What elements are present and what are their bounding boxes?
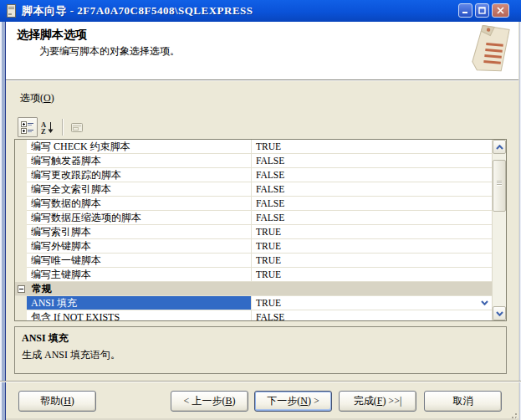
property-value[interactable]: FALSE: [252, 211, 492, 225]
minimize-button[interactable]: [458, 3, 472, 18]
row-indent: [15, 211, 27, 225]
row-indent: [15, 310, 27, 320]
scroll-up-icon: [496, 145, 503, 150]
value-dropdown-button[interactable]: [478, 297, 491, 309]
property-name[interactable]: 编写唯一键脚本: [27, 254, 252, 268]
scrollbar-thumb[interactable]: [493, 160, 506, 212]
finish-button[interactable]: 完成(F) >>|: [339, 391, 416, 412]
property-value[interactable]: TRUE: [252, 239, 492, 254]
property-grid: 编写 CHECK 约束脚本TRUE编写触发器脚本FALSE编写更改跟踪的脚本FA…: [14, 139, 507, 321]
categorized-icon: [21, 120, 34, 134]
property-value[interactable]: TRUE: [252, 296, 492, 310]
row-indent: [15, 154, 27, 168]
property-row[interactable]: 编写索引脚本TRUE: [15, 225, 492, 239]
titlebar: 脚本向导 - 2F7A0A70C8F5408\SQLEXPRESS: [0, 0, 521, 22]
property-row[interactable]: 编写外键脚本TRUE: [15, 239, 492, 254]
property-pages-icon: [70, 120, 84, 134]
description-panel: ANSI 填充 生成 ANSI 填充语句。: [14, 326, 507, 374]
scroll-down-icon: [496, 311, 503, 316]
category-row[interactable]: 常规: [15, 282, 492, 296]
property-name[interactable]: 编写触发器脚本: [27, 154, 252, 168]
property-name[interactable]: 编写数据压缩选项的脚本: [27, 211, 252, 225]
row-indent: [15, 140, 27, 154]
description-text: 生成 ANSI 填充语句。: [22, 348, 506, 362]
row-indent: [15, 168, 27, 182]
property-row[interactable]: 包含 If NOT EXISTSFALSE: [15, 310, 492, 320]
property-row[interactable]: 编写更改跟踪的脚本FALSE: [15, 168, 492, 182]
property-row[interactable]: 编写数据压缩选项的脚本FALSE: [15, 211, 492, 225]
property-row[interactable]: 编写全文索引脚本FALSE: [15, 182, 492, 197]
scroll-up-button[interactable]: [493, 140, 506, 154]
az-sort-icon: A Z: [41, 120, 54, 134]
minimize-icon: [462, 7, 469, 14]
property-value[interactable]: TRUE: [252, 140, 492, 154]
next-button[interactable]: 下一步(N) >: [254, 391, 332, 412]
caption-buttons: [458, 3, 509, 18]
property-row[interactable]: 编写数据的脚本FALSE: [15, 197, 492, 211]
maximize-button[interactable]: [475, 3, 489, 18]
toolbar-separator: [62, 119, 63, 136]
property-name[interactable]: 编写全文索引脚本: [27, 182, 252, 197]
grid-toolbar: A Z: [18, 116, 87, 138]
property-name[interactable]: 编写更改跟踪的脚本: [27, 168, 252, 182]
property-row[interactable]: 编写主键脚本TRUE: [15, 268, 492, 282]
collapse-minus-icon[interactable]: [18, 285, 25, 293]
property-value[interactable]: TRUE: [252, 225, 492, 239]
property-pages-button: [67, 117, 87, 137]
category-label: 常规: [32, 283, 52, 295]
wizard-banner: 选择脚本选项 为要编写脚本的对象选择选项。: [6, 22, 518, 80]
dropdown-chevron-icon: [481, 300, 488, 305]
page-subtitle: 为要编写脚本的对象选择选项。: [39, 44, 180, 59]
property-value[interactable]: FALSE: [252, 197, 492, 211]
close-button[interactable]: [492, 3, 509, 18]
property-name[interactable]: 编写 CHECK 约束脚本: [27, 140, 252, 154]
close-icon: [497, 7, 504, 14]
script-wizard-window: 脚本向导 - 2F7A0A70C8F5408\SQLEXPRESS 选择脚本选项…: [0, 0, 521, 420]
property-value[interactable]: TRUE: [252, 268, 492, 282]
property-value[interactable]: FALSE: [252, 168, 492, 182]
thumb-grip-icon: [493, 181, 505, 185]
property-value[interactable]: FALSE: [252, 154, 492, 168]
alphabetical-sort-button[interactable]: A Z: [38, 117, 58, 137]
property-name[interactable]: 编写数据的脚本: [27, 197, 252, 211]
maximize-icon: [478, 7, 486, 14]
window-title: 脚本向导 - 2F7A0A70C8F5408\SQLEXPRESS: [22, 3, 253, 18]
resize-grip[interactable]: [508, 407, 518, 417]
grid-scrollbar[interactable]: [492, 140, 506, 320]
row-indent: [15, 182, 27, 197]
help-button[interactable]: 帮助(H): [18, 391, 96, 412]
window-icon: [6, 4, 17, 18]
property-row[interactable]: ANSI 填充TRUE: [15, 296, 492, 310]
description-title: ANSI 填充: [22, 331, 506, 346]
page-title: 选择脚本选项: [17, 28, 87, 43]
options-label: 选项(O): [20, 91, 54, 105]
back-button[interactable]: < 上一步(B): [171, 391, 248, 412]
property-row[interactable]: 编写触发器脚本FALSE: [15, 154, 492, 168]
button-separator: [0, 381, 521, 382]
property-row[interactable]: 编写 CHECK 约束脚本TRUE: [15, 140, 492, 154]
scroll-down-button[interactable]: [493, 306, 506, 320]
row-indent: [15, 296, 27, 310]
property-name[interactable]: 编写外键脚本: [27, 239, 252, 254]
cancel-button[interactable]: 取消: [424, 391, 502, 412]
property-grid-rows: 编写 CHECK 约束脚本TRUE编写触发器脚本FALSE编写更改跟踪的脚本FA…: [15, 140, 492, 320]
svg-text:Z: Z: [41, 127, 46, 135]
property-row[interactable]: 编写唯一键脚本TRUE: [15, 254, 492, 268]
row-indent: [15, 239, 27, 254]
property-value[interactable]: TRUE: [252, 254, 492, 268]
script-watermark-icon: [467, 23, 513, 75]
property-name[interactable]: 编写主键脚本: [27, 268, 252, 282]
property-value[interactable]: FALSE: [252, 182, 492, 197]
row-indent: [15, 225, 27, 239]
property-name[interactable]: 包含 If NOT EXISTS: [27, 310, 252, 320]
categorized-view-button[interactable]: [18, 117, 38, 137]
row-indent: [15, 254, 27, 268]
row-indent: [15, 268, 27, 282]
row-indent: [15, 197, 27, 211]
window-frame-left: [0, 22, 6, 420]
property-name[interactable]: 编写索引脚本: [27, 225, 252, 239]
property-name[interactable]: ANSI 填充: [27, 296, 252, 310]
property-value[interactable]: FALSE: [252, 310, 492, 320]
